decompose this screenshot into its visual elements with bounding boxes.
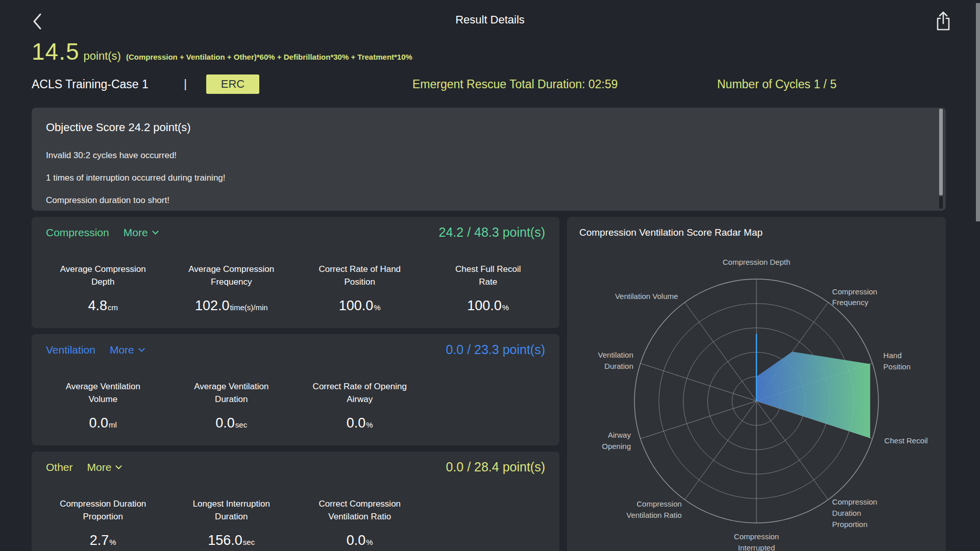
total-score-value: 14.5 bbox=[32, 38, 80, 65]
chevron-down-icon bbox=[138, 345, 145, 352]
metric-label: Correct Rate of Opening Airway bbox=[296, 380, 424, 406]
metric-unit: % bbox=[109, 538, 116, 546]
metric-label: Average Ventilation Duration bbox=[167, 380, 296, 406]
metric: Average Compression Depth4.8cm bbox=[39, 263, 167, 314]
more-button[interactable]: More bbox=[87, 461, 121, 473]
section-header: Compression More 24.2 / 48.3 point(s) bbox=[46, 225, 545, 240]
scrollbar-track bbox=[939, 196, 943, 209]
more-button[interactable]: More bbox=[110, 344, 144, 356]
guideline-badge: ERC bbox=[206, 74, 259, 94]
metric-grid: Average Ventilation Volume0.0mlAverage V… bbox=[39, 380, 552, 431]
metric-unit: cm bbox=[108, 303, 118, 312]
radar-title: Compression Ventilation Score Radar Map bbox=[579, 227, 763, 238]
chevron-down-icon bbox=[152, 228, 159, 235]
ventilation-section-card: Ventilation More 0.0 / 23.3 point(s) Ave… bbox=[32, 334, 559, 445]
metric-grid: Average Compression Depth4.8cmAverage Co… bbox=[39, 263, 552, 314]
total-duration-text: Emergent Rescue Total Duration: 02:59 bbox=[412, 78, 618, 91]
radar-axis-label: Ventilation Duration bbox=[577, 349, 633, 372]
metric-value: 0.0% bbox=[296, 415, 424, 431]
radar-axis-label: Chest Recoil bbox=[885, 435, 928, 446]
scrollbar-thumb[interactable] bbox=[939, 109, 943, 195]
section-score: 0.0 / 23.3 point(s) bbox=[446, 342, 545, 357]
metric: Correct Rate of Opening Airway0.0% bbox=[296, 380, 424, 431]
metric-value: 0.0% bbox=[296, 533, 424, 548]
metric-label: Compression Duration Proportion bbox=[39, 497, 167, 523]
metric-unit: time(s)/min bbox=[230, 303, 267, 312]
objective-message: Invalid 30:2 cycles have occurred! bbox=[46, 151, 925, 161]
objective-message: Compression duration too short! bbox=[46, 195, 925, 206]
metric-value: 100.0% bbox=[296, 298, 424, 314]
metric-unit: sec bbox=[243, 538, 255, 546]
metric-label: Average Ventilation Volume bbox=[39, 380, 167, 406]
radar-axis-label: Hand Position bbox=[884, 350, 929, 372]
more-label: More bbox=[124, 227, 148, 239]
radar-axis-label: Compression Frequency bbox=[832, 286, 893, 309]
separator: | bbox=[184, 77, 187, 91]
scrollbar-thumb[interactable] bbox=[976, 3, 980, 221]
metric-label: Chest Full Recoil Rate bbox=[424, 263, 553, 288]
metric-unit: ml bbox=[109, 420, 117, 429]
section-header: Ventilation More 0.0 / 23.3 point(s) bbox=[46, 342, 545, 357]
radar-axis-label: Airway Opening bbox=[585, 430, 631, 452]
radar-axis-label: Ventilation Volume bbox=[615, 291, 678, 302]
metric-unit: % bbox=[374, 303, 380, 312]
other-section-card: Other More 0.0 / 28.4 point(s) Compressi… bbox=[32, 452, 559, 551]
total-score-row: 14.5 point(s) (Compression + Ventilation… bbox=[32, 38, 412, 65]
total-score-unit: point(s) bbox=[84, 49, 121, 63]
metric-unit: sec bbox=[235, 420, 247, 429]
more-label: More bbox=[87, 461, 112, 473]
metric: Average Ventilation Volume0.0ml bbox=[39, 380, 167, 431]
section-score: 24.2 / 48.3 point(s) bbox=[439, 225, 545, 240]
metric-value: 0.0ml bbox=[39, 415, 167, 431]
metric: Compression Duration Proportion2.7% bbox=[39, 497, 167, 548]
metric: Correct Compression Ventilation Ratio0.0… bbox=[296, 497, 424, 548]
share-button[interactable] bbox=[933, 10, 953, 33]
metric: Correct Rate of Hand Position100.0% bbox=[296, 263, 424, 314]
metric-unit: % bbox=[366, 420, 373, 429]
radar-axis-label: Compression Interrupted bbox=[718, 531, 795, 551]
chevron-down-icon bbox=[116, 463, 122, 469]
radar-axis-label: Compression Ventilation Ratio bbox=[616, 499, 682, 521]
objective-panel-scrollbar[interactable] bbox=[939, 109, 943, 209]
more-label: More bbox=[110, 344, 134, 356]
more-button[interactable]: More bbox=[124, 227, 158, 239]
cycles-text: Number of Cycles 1 / 5 bbox=[717, 78, 837, 91]
radar-chart: Compression DepthCompression FrequencyHa… bbox=[567, 217, 946, 551]
compression-section-card: Compression More 24.2 / 48.3 point(s) Av… bbox=[32, 217, 559, 328]
section-header: Other More 0.0 / 28.4 point(s) bbox=[46, 460, 545, 474]
section-score: 0.0 / 28.4 point(s) bbox=[446, 460, 545, 474]
metric: Average Compression Frequency102.0time(s… bbox=[167, 263, 296, 314]
metric-grid: Compression Duration Proportion2.7%Longe… bbox=[39, 497, 552, 548]
metric-label: Average Compression Frequency bbox=[167, 263, 296, 288]
session-info-row: ACLS Training-Case 1 | ERC Emergent Resc… bbox=[0, 74, 980, 95]
objective-score-panel: Objective Score 24.2 point(s) Invalid 30… bbox=[32, 108, 946, 211]
metric-value: 102.0time(s)/min bbox=[167, 298, 296, 314]
section-title: Compression bbox=[46, 227, 109, 239]
section-title: Ventilation bbox=[46, 344, 95, 356]
score-formula: (Compression + Ventilation + Other)*60% … bbox=[126, 53, 412, 61]
metric: Average Ventilation Duration0.0sec bbox=[167, 380, 296, 431]
share-icon bbox=[933, 10, 953, 33]
page-scrollbar[interactable] bbox=[976, 0, 980, 551]
objective-message: 1 times of interruption occurred during … bbox=[46, 173, 925, 183]
page-title: Result Details bbox=[0, 13, 980, 27]
section-title: Other bbox=[46, 461, 73, 473]
objective-score-title: Objective Score 24.2 point(s) bbox=[46, 121, 925, 134]
radar-axis-label: Compression Duration Proportion bbox=[832, 496, 898, 530]
metric-label: Average Compression Depth bbox=[39, 263, 167, 288]
radar-card: Compression DepthCompression FrequencyHa… bbox=[567, 217, 946, 551]
case-name: ACLS Training-Case 1 bbox=[32, 78, 149, 91]
metric-value: 156.0sec bbox=[167, 533, 296, 548]
radar-axis-label: Compression Depth bbox=[723, 257, 791, 268]
metric-unit: % bbox=[502, 303, 509, 312]
metric-label: Correct Compression Ventilation Ratio bbox=[296, 497, 424, 523]
metric-value: 100.0% bbox=[424, 298, 553, 314]
metric-unit: % bbox=[366, 538, 373, 546]
metric-value: 4.8cm bbox=[39, 298, 167, 314]
metric-value: 0.0sec bbox=[167, 415, 296, 431]
metric: Chest Full Recoil Rate100.0% bbox=[424, 263, 553, 314]
metric-value: 2.7% bbox=[39, 533, 167, 548]
metric: Longest Interruption Duration156.0sec bbox=[167, 497, 296, 548]
metric-label: Longest Interruption Duration bbox=[167, 497, 296, 523]
metric-label: Correct Rate of Hand Position bbox=[296, 263, 424, 288]
